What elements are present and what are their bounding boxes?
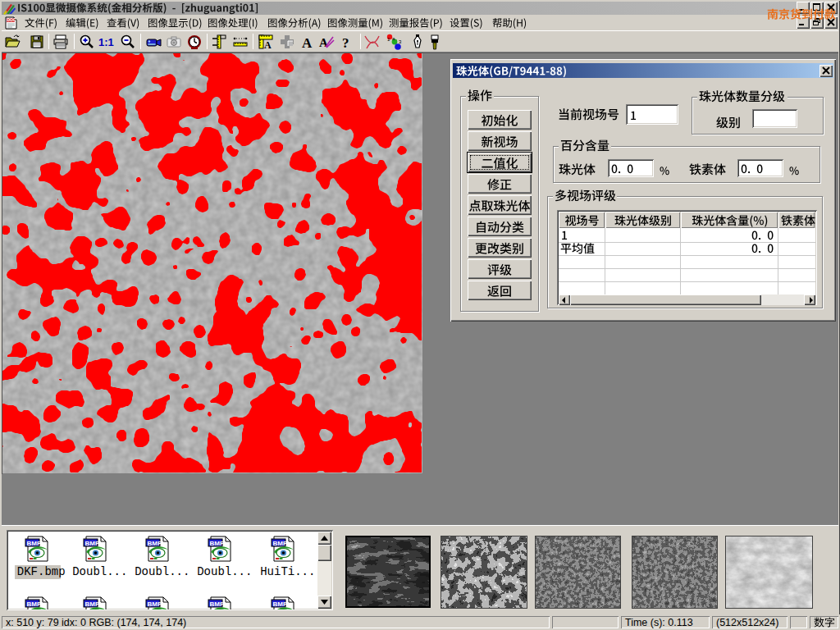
svg-text:BMP: BMP [27, 600, 42, 608]
svg-text:3: 3 [399, 39, 402, 44]
svg-text:A: A [264, 39, 272, 50]
svg-text:BMP: BMP [210, 540, 225, 547]
svg-text:?: ? [342, 35, 349, 50]
svg-text:BMP: BMP [85, 540, 100, 547]
svg-text:BMP: BMP [210, 600, 225, 608]
svg-text:BMP: BMP [148, 540, 162, 547]
svg-text:A: A [302, 35, 313, 50]
svg-text:BMP: BMP [27, 540, 42, 547]
svg-text:BMP: BMP [273, 540, 288, 547]
svg-text:BMP: BMP [273, 600, 288, 608]
svg-text:BMP: BMP [85, 600, 100, 608]
svg-text:DOC: DOC [7, 17, 17, 22]
svg-text:BMP: BMP [148, 600, 162, 608]
svg-text:1:1: 1:1 [98, 36, 114, 48]
